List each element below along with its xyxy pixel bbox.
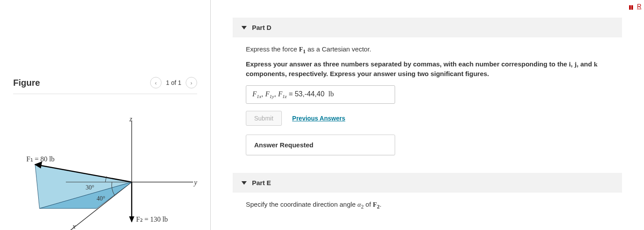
axis-z-label: z <box>130 115 132 123</box>
submit-button[interactable]: Submit <box>246 111 282 126</box>
pager-prev-button[interactable]: ‹ <box>150 77 162 88</box>
figure-panel: Figure ‹ 1 of 1 › <box>0 0 211 230</box>
pager-text: 1 of 1 <box>166 79 181 86</box>
top-right-link[interactable]: R <box>629 3 641 10</box>
question-panel: R Part D Express the force F1 as a Carte… <box>211 0 644 230</box>
force-f1-label: F₁ = 80 lb <box>26 155 54 163</box>
angle-30-label: 30° <box>86 184 94 191</box>
figure-title: Figure <box>13 78 40 88</box>
answer-unit: lb <box>328 90 334 98</box>
vector-f1: F1 <box>299 46 306 53</box>
top-right-link-text: R <box>637 3 641 10</box>
part-e-body: Specify the coordinate direction angle α… <box>211 193 644 210</box>
part-d-header[interactable]: Part D <box>233 18 622 37</box>
figure-diagram: z y x F₁ = 80 lb F₂ = 130 lb 30° 40° <box>13 107 198 230</box>
axis-x-label: x <box>72 223 76 230</box>
svg-marker-4 <box>129 216 134 223</box>
angle-40-label: 40° <box>97 195 105 202</box>
caret-down-icon <box>241 26 247 29</box>
pause-icon <box>629 4 635 8</box>
previous-answers-link[interactable]: Previous Answers <box>292 115 345 122</box>
part-e-prompt: Specify the coordinate direction angle α… <box>246 201 622 210</box>
answer-display: F1x, F1y, F1z = 53,-44,40 lb <box>246 85 395 104</box>
part-e-title: Part E <box>252 179 271 186</box>
prompt-text: Express the force <box>246 45 299 53</box>
force-f2-label: F₂ = 130 lb <box>136 215 168 223</box>
part-d-body: Express the force F1 as a Cartesian vect… <box>211 37 644 155</box>
answer-value: 53,-44,40 <box>295 90 324 98</box>
prompt-text-suffix: as a Cartesian vector. <box>306 45 371 53</box>
part-d-title: Part D <box>252 24 271 31</box>
axis-y-label: y <box>194 179 197 186</box>
answer-status: Answer Requested <box>246 135 395 155</box>
chevron-right-icon: › <box>191 80 192 86</box>
pager-next-button[interactable]: › <box>186 77 197 88</box>
chevron-left-icon: ‹ <box>155 80 157 86</box>
figure-pager: ‹ 1 of 1 › <box>150 77 197 88</box>
part-e-header[interactable]: Part E <box>233 173 622 193</box>
part-d-prompt: Express the force F1 as a Cartesian vect… <box>246 45 622 55</box>
caret-down-icon <box>241 181 247 185</box>
part-d-instruction: Express your answer as three numbers sep… <box>246 59 622 78</box>
